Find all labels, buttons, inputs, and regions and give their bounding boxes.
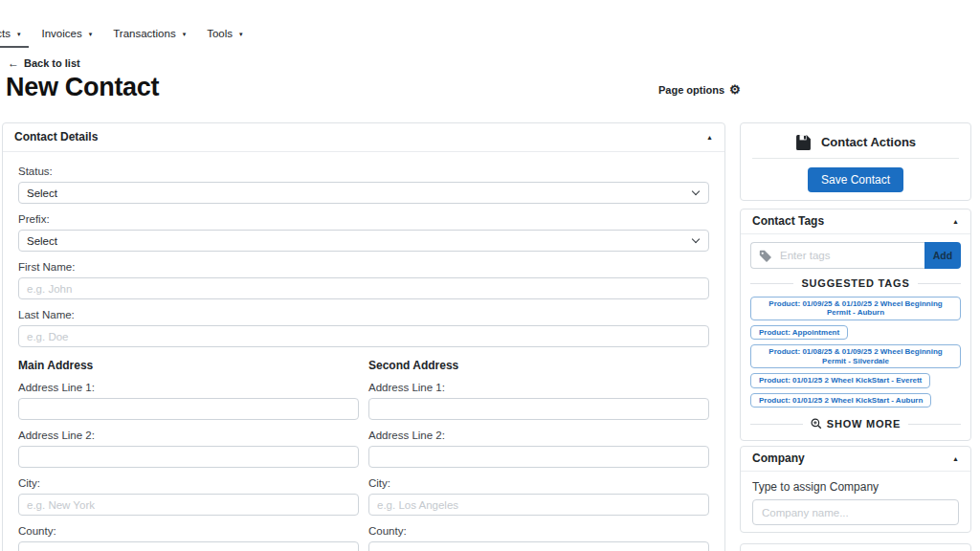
contact-actions-header: Contact Actions (752, 132, 959, 151)
contact-details-panel: Contact Details ▲ Status: Select Prefix:… (2, 122, 725, 551)
suggested-tags-list: Product: 01/09/25 & 01/10/25 2 Wheel Beg… (750, 297, 961, 408)
main-address-line2-group: Address Line 2: (18, 430, 359, 468)
second-address-county-group: County: (368, 525, 709, 551)
save-contact-button[interactable]: Save Contact (808, 167, 903, 192)
nav-item-contacts[interactable]: Contacts ▾ (0, 28, 21, 39)
main-address-county-label: County: (18, 525, 359, 538)
active-nav-underline (0, 46, 29, 48)
status-label: Status: (18, 165, 709, 178)
save-floppy-icon (795, 134, 812, 150)
contact-tags-body: Add SUGGESTED TAGS Product: 01/09/25 & 0… (741, 234, 970, 440)
company-name-input[interactable] (752, 499, 959, 525)
suggested-tag[interactable]: Product: 01/08/25 & 01/09/25 2 Wheel Beg… (750, 344, 961, 368)
second-address-county-input[interactable] (368, 541, 709, 551)
second-address-city-group: City: (368, 477, 709, 516)
nav-item-transactions[interactable]: Transactions ▾ (113, 28, 186, 39)
collapse-caret-icon[interactable]: ▲ (952, 218, 959, 225)
suggested-tags-heading-row: SUGGESTED TAGS (750, 278, 961, 289)
company-header[interactable]: Company ▲ (741, 447, 970, 472)
second-address-line1-label: Address Line 1: (368, 382, 709, 394)
back-arrow-icon: ← (8, 56, 19, 70)
page-options-button[interactable]: Page options ⚙ (658, 83, 741, 96)
add-tag-button[interactable]: Add (924, 242, 961, 269)
chevron-down-icon: ▾ (239, 31, 243, 37)
chevron-down-icon: ▾ (183, 31, 187, 37)
main-address-line1-group: Address Line 1: (18, 382, 359, 420)
page-title: New Contact (6, 73, 159, 102)
top-nav: Contacts ▾ Invoices ▾ Transactions ▾ Too… (0, 28, 243, 39)
second-address-column: Second Address Address Line 1: Address L… (368, 357, 709, 551)
divider (752, 158, 959, 159)
suggested-tag[interactable]: Product: 01/01/25 2 Wheel KickStart - Au… (750, 393, 931, 408)
main-address-city-label: City: (18, 477, 359, 490)
divider (918, 283, 961, 284)
first-name-label: First Name: (18, 261, 709, 274)
second-address-title: Second Address (368, 360, 709, 372)
chevron-down-icon (692, 187, 700, 194)
contact-actions-title: Contact Actions (821, 135, 916, 149)
collapse-caret-icon[interactable]: ▲ (706, 134, 713, 141)
last-name-input[interactable] (18, 325, 709, 347)
main-address-city-input[interactable] (18, 494, 359, 516)
next-panel-partial (740, 543, 971, 551)
contact-tags-title: Contact Tags (752, 214, 824, 229)
show-more-button[interactable]: SHOW MORE (811, 417, 901, 430)
last-name-label: Last Name: (18, 309, 709, 321)
company-body: Type to assign Company (741, 472, 970, 535)
address-columns: Main Address Address Line 1: Address Lin… (18, 357, 709, 551)
suggested-tag[interactable]: Product: Appointment (750, 325, 848, 340)
suggested-tag[interactable]: Product: 01/01/25 2 Wheel KickStart - Ev… (750, 373, 930, 387)
second-address-city-label: City: (368, 477, 709, 490)
back-to-list-link[interactable]: ← Back to list (8, 56, 80, 70)
tag-input-wrap (750, 242, 924, 269)
main-address-city-group: City: (18, 477, 359, 516)
divider (908, 424, 961, 425)
second-address-county-label: County: (368, 525, 709, 538)
contact-tags-panel: Contact Tags ▲ Add SUGGESTED TAGS Produ (740, 209, 971, 441)
chevron-down-icon: ▾ (17, 31, 21, 37)
main-address-title: Main Address (18, 360, 359, 372)
company-assign-label: Type to assign Company (752, 481, 959, 494)
page-options-label: Page options (658, 84, 724, 96)
last-name-field-group: Last Name: (18, 309, 709, 347)
company-panel: Company ▲ Type to assign Company (740, 446, 971, 533)
tag-input-group: Add (750, 242, 961, 269)
contact-details-title: Contact Details (14, 130, 98, 144)
prefix-select[interactable]: Select (18, 230, 709, 252)
main-address-county-input[interactable] (18, 541, 359, 551)
contact-details-header[interactable]: Contact Details ▲ (3, 123, 724, 152)
chevron-down-icon (692, 234, 700, 242)
main-address-line2-label: Address Line 2: (18, 430, 359, 442)
contact-actions-panel: Contact Actions Save Contact (740, 122, 971, 201)
main-address-line1-input[interactable] (18, 398, 359, 420)
magnifier-plus-icon (811, 418, 822, 430)
second-address-line1-group: Address Line 1: (368, 382, 709, 420)
right-sidebar: Contact Actions Save Contact Contact Tag… (740, 122, 971, 551)
main-address-county-group: County: (18, 525, 359, 551)
second-address-line2-input[interactable] (368, 446, 709, 468)
first-name-field-group: First Name: (18, 261, 709, 299)
contact-tags-header[interactable]: Contact Tags ▲ (741, 209, 970, 234)
collapse-caret-icon[interactable]: ▲ (952, 455, 959, 462)
suggested-tag[interactable]: Product: 01/09/25 & 01/10/25 2 Wheel Beg… (750, 297, 961, 320)
back-to-list-label: Back to list (24, 57, 80, 69)
tag-icon (759, 250, 771, 262)
divider (750, 424, 803, 425)
main-address-column: Main Address Address Line 1: Address Lin… (18, 357, 359, 551)
status-select-value: Select (27, 187, 57, 199)
tag-input[interactable] (778, 249, 917, 262)
contact-details-body: Status: Select Prefix: Select First Name… (3, 152, 724, 551)
main-address-line2-input[interactable] (18, 446, 359, 468)
second-address-line1-input[interactable] (368, 398, 709, 420)
first-name-input[interactable] (18, 277, 709, 299)
second-address-city-input[interactable] (368, 494, 709, 516)
nav-item-tools[interactable]: Tools ▾ (207, 28, 242, 39)
main-address-line1-label: Address Line 1: (18, 382, 359, 394)
nav-item-invoices[interactable]: Invoices ▾ (42, 28, 93, 39)
nav-item-contacts-label-clipped: Contacts (0, 28, 11, 39)
prefix-select-value: Select (27, 235, 57, 247)
gear-icon: ⚙ (729, 83, 741, 96)
nav-item-tools-label: Tools (207, 28, 233, 39)
status-select[interactable]: Select (18, 182, 709, 204)
nav-item-transactions-label: Transactions (113, 28, 175, 39)
